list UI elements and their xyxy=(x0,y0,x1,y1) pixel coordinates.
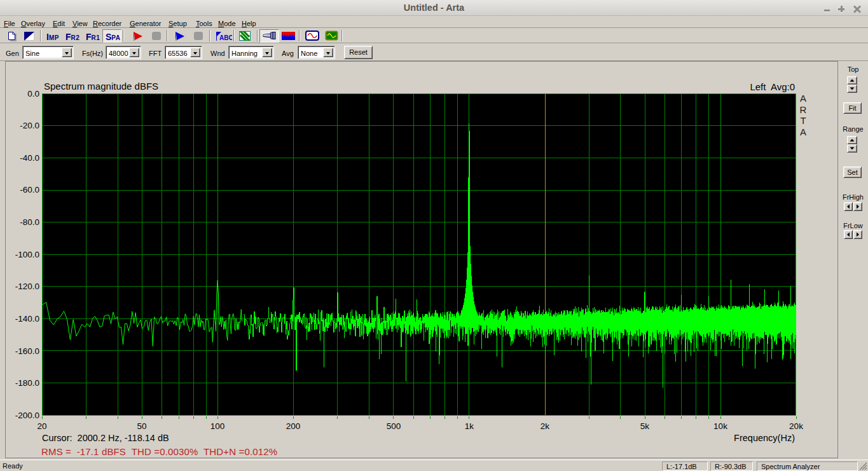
svg-text:ABC: ABC xyxy=(219,34,232,41)
